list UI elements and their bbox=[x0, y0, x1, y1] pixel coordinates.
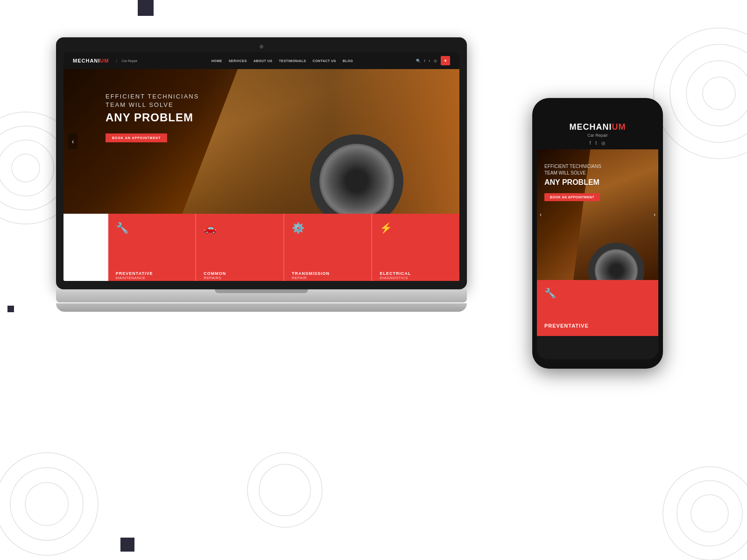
service-card-empty bbox=[63, 214, 108, 281]
facebook-icon[interactable]: f bbox=[424, 59, 425, 63]
phone-outer: MECHANIUM Car Repair f t ◎ ‹ bbox=[532, 98, 663, 369]
gear-icon: ⚙️ bbox=[292, 222, 364, 234]
svg-point-3 bbox=[12, 154, 40, 182]
phone-screen: MECHANIUM Car Repair f t ◎ ‹ bbox=[537, 117, 658, 359]
phone-cta-button[interactable]: BOOK AN APPOINTMENT bbox=[544, 193, 600, 201]
svg-point-5 bbox=[670, 44, 747, 142]
phone-hero-content: EFFICIENT TECHNICIANS TEAM WILL SOLVE AN… bbox=[537, 149, 658, 201]
phone-logo: MECHANIUM bbox=[544, 122, 651, 132]
laptop-website: MECHANIUM Car Repair HOME SERVICES ABOUT… bbox=[63, 52, 459, 281]
service-card-preventative[interactable]: 🔧 PREVENTATIVE MAINTENANCE bbox=[108, 214, 197, 281]
laptop-nav-icons: 🔍 f t ◎ ▼ bbox=[416, 56, 450, 65]
lightning-icon: ⚡ bbox=[380, 222, 452, 234]
search-icon[interactable]: 🔍 bbox=[416, 59, 421, 63]
svg-point-7 bbox=[703, 77, 735, 110]
service-name-electrical: ELECTRICAL bbox=[380, 271, 452, 276]
svg-point-11 bbox=[663, 467, 747, 560]
service-name-transmission: TRANSMISSION bbox=[292, 271, 364, 276]
phone-mockup: MECHANIUM Car Repair f t ◎ ‹ bbox=[532, 98, 663, 378]
phone-notch bbox=[574, 105, 621, 115]
phone-navbar: MECHANIUM Car Repair f t ◎ bbox=[537, 117, 658, 149]
phone-twitter-icon[interactable]: t bbox=[596, 140, 597, 146]
svg-point-4 bbox=[654, 28, 747, 159]
laptop-hinge bbox=[215, 289, 308, 293]
phone-hero: ‹ › EFFICIENT TECHNICIANS TEAM WILL SOLV… bbox=[537, 149, 658, 280]
svg-point-9 bbox=[10, 468, 83, 540]
nav-link-home[interactable]: HOME bbox=[211, 59, 222, 63]
phone-facebook-icon[interactable]: f bbox=[590, 140, 591, 146]
hero-prev-button[interactable]: ‹ bbox=[68, 133, 78, 149]
svg-point-6 bbox=[686, 61, 747, 126]
nav-link-contact[interactable]: CONTACT US bbox=[313, 59, 336, 63]
phone-service-card[interactable]: 🔧 PREVENTATIVE bbox=[537, 280, 658, 336]
phone-next-button[interactable]: › bbox=[654, 211, 655, 218]
nav-dropdown-btn[interactable]: ▼ bbox=[441, 56, 450, 65]
twitter-icon[interactable]: t bbox=[429, 59, 430, 63]
logo-accent: UM bbox=[100, 58, 109, 63]
instagram-icon[interactable]: ◎ bbox=[434, 59, 437, 63]
svg-point-10 bbox=[25, 483, 68, 525]
square-decoration-1 bbox=[138, 0, 154, 16]
laptop-foot bbox=[56, 303, 467, 312]
service-card-electrical[interactable]: ⚡ ELECTRICAL DIAGNOSTICS bbox=[372, 214, 459, 281]
svg-point-2 bbox=[0, 140, 54, 196]
phone-website: MECHANIUM Car Repair f t ◎ ‹ bbox=[537, 117, 658, 359]
nav-link-services[interactable]: SERVICES bbox=[229, 59, 247, 63]
laptop-nav-subtitle: Car Repair bbox=[116, 59, 137, 63]
service-name-preventative: PREVENTATIVE bbox=[116, 271, 188, 276]
laptop-camera bbox=[260, 45, 263, 49]
phone-wrench-icon: 🔧 bbox=[544, 287, 651, 323]
laptop-nav-links: HOME SERVICES ABOUT US TESTIMONIALS CONT… bbox=[148, 59, 416, 63]
hero-main-text: ANY PROBLEM bbox=[106, 111, 459, 124]
service-sub-transmission: REPAIR bbox=[292, 276, 364, 280]
laptop-base bbox=[56, 289, 467, 302]
phone-service-name: PREVENTATIVE bbox=[544, 323, 651, 329]
svg-point-14 bbox=[247, 453, 322, 527]
service-sub-preventative: MAINTENANCE bbox=[116, 276, 188, 280]
square-decoration-2 bbox=[7, 306, 14, 312]
phone-subtitle: Car Repair bbox=[544, 133, 651, 138]
svg-point-13 bbox=[691, 495, 728, 532]
laptop-screen-inner: MECHANIUM Car Repair HOME SERVICES ABOUT… bbox=[63, 52, 459, 281]
laptop-nav-logo: MECHANIUM bbox=[73, 58, 109, 63]
service-card-common[interactable]: 🚗 COMMON REPAIRS bbox=[196, 214, 284, 281]
hero-content: EFFICIENT TECHNICIANS TEAM WILL SOLVE AN… bbox=[63, 69, 459, 142]
service-card-transmission[interactable]: ⚙️ TRANSMISSION REPAIR bbox=[284, 214, 373, 281]
svg-point-8 bbox=[0, 453, 98, 555]
laptop-hero: ‹ EFFICIENT TECHNICIANS TEAM WILL SOLVE … bbox=[63, 69, 459, 214]
nav-link-blog[interactable]: BLOG bbox=[343, 59, 353, 63]
service-sub-electrical: DIAGNOSTICS bbox=[380, 276, 452, 280]
hero-tagline: EFFICIENT TECHNICIANS TEAM WILL SOLVE bbox=[106, 92, 459, 109]
svg-point-15 bbox=[259, 464, 310, 516]
laptop-navbar: MECHANIUM Car Repair HOME SERVICES ABOUT… bbox=[63, 52, 459, 69]
nav-link-testimonials[interactable]: TESTIMONIALS bbox=[279, 59, 306, 63]
car-icon: 🚗 bbox=[204, 222, 276, 234]
phone-prev-button[interactable]: ‹ bbox=[540, 211, 542, 218]
svg-point-12 bbox=[677, 481, 742, 546]
laptop-mockup: MECHANIUM Car Repair HOME SERVICES ABOUT… bbox=[56, 37, 467, 327]
service-sub-common: REPAIRS bbox=[204, 276, 276, 280]
laptop-services-bar: 🔧 PREVENTATIVE MAINTENANCE 🚗 COMMON REPA… bbox=[63, 214, 459, 281]
nav-link-about[interactable]: ABOUT US bbox=[254, 59, 273, 63]
hero-cta-button[interactable]: BOOK AN APPOINTMENT bbox=[106, 133, 167, 142]
square-decoration-3 bbox=[120, 538, 134, 552]
phone-social-icons: f t ◎ bbox=[544, 140, 651, 146]
phone-hero-tagline: EFFICIENT TECHNICIANS TEAM WILL SOLVE bbox=[544, 163, 651, 176]
laptop-screen: MECHANIUM Car Repair HOME SERVICES ABOUT… bbox=[56, 37, 467, 289]
wrench-icon: 🔧 bbox=[116, 222, 188, 234]
phone-instagram-icon[interactable]: ◎ bbox=[601, 140, 606, 146]
phone-hero-main: ANY PROBLEM bbox=[544, 178, 651, 187]
logo-text: MECHANI bbox=[73, 58, 100, 63]
service-name-common: COMMON bbox=[204, 271, 276, 276]
